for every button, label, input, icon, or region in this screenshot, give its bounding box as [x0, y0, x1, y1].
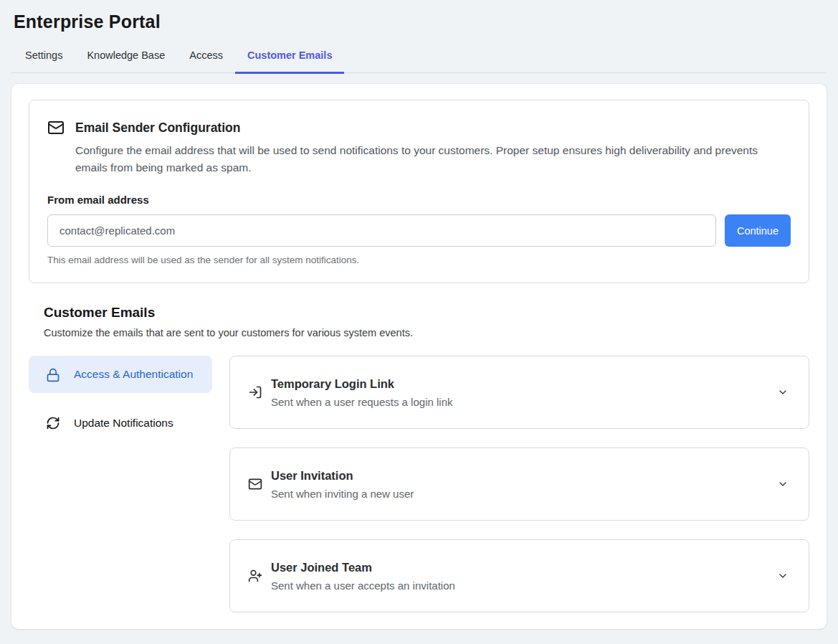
lock-icon	[46, 368, 60, 382]
from-email-input[interactable]	[47, 214, 716, 247]
sidebar-item-access-authentication[interactable]: Access & Authentication	[29, 356, 212, 393]
tab-access[interactable]: Access	[177, 42, 235, 74]
mail-icon	[248, 477, 262, 491]
sender-card-description: Configure the email address that will be…	[75, 142, 781, 176]
customer-emails-body: Access & Authentication Update Notificat…	[29, 356, 809, 612]
sidebar-item-label: Access & Authentication	[74, 366, 193, 383]
email-card-temporary-login-link[interactable]: Temporary Login Link Sent when a user re…	[229, 356, 809, 429]
continue-button[interactable]: Continue	[725, 214, 791, 247]
customer-emails-title: Customer Emails	[44, 305, 809, 321]
chevron-down-icon[interactable]	[777, 478, 789, 490]
tab-customer-emails[interactable]: Customer Emails	[235, 42, 344, 74]
page-header: Enterprise Portal	[0, 0, 838, 32]
login-icon	[248, 385, 262, 399]
sender-card-title: Email Sender Configuration	[75, 119, 781, 136]
from-email-label: From email address	[47, 194, 791, 206]
email-card-title: User Invitation	[271, 467, 777, 484]
tab-bar: Settings Knowledge Base Access Customer …	[11, 42, 827, 73]
mail-icon	[47, 119, 65, 136]
email-input-row: Continue	[47, 214, 791, 247]
email-card-texts: User Joined Team Sent when a user accept…	[271, 559, 777, 593]
customer-emails-heading-block: Customer Emails Customize the emails tha…	[29, 305, 809, 338]
refresh-icon	[46, 416, 60, 430]
email-template-list: Temporary Login Link Sent when a user re…	[229, 356, 809, 612]
chevron-down-icon[interactable]	[777, 387, 789, 398]
main-panel: Email Sender Configuration Configure the…	[11, 84, 827, 629]
tab-settings[interactable]: Settings	[13, 42, 75, 74]
user-plus-icon	[248, 569, 262, 583]
email-card-title: Temporary Login Link	[271, 375, 777, 392]
email-sender-configuration-card: Email Sender Configuration Configure the…	[29, 100, 809, 283]
email-card-subtitle: Sent when inviting a new user	[271, 486, 777, 501]
email-card-title: User Joined Team	[271, 559, 777, 576]
sender-card-header: Email Sender Configuration Configure the…	[47, 119, 791, 176]
email-card-user-invitation[interactable]: User Invitation Sent when inviting a new…	[229, 448, 809, 521]
customer-emails-section: Customer Emails Customize the emails tha…	[29, 305, 809, 612]
email-card-subtitle: Sent when a user accepts an invitation	[271, 578, 777, 593]
email-card-subtitle: Sent when a user requests a login link	[271, 394, 777, 409]
sidebar-item-update-notifications[interactable]: Update Notifications	[29, 404, 212, 442]
email-card-texts: Temporary Login Link Sent when a user re…	[271, 375, 777, 409]
sender-card-texts: Email Sender Configuration Configure the…	[75, 119, 781, 176]
page-title: Enterprise Portal	[14, 11, 824, 32]
email-card-user-joined-team[interactable]: User Joined Team Sent when a user accept…	[229, 539, 809, 612]
email-card-texts: User Invitation Sent when inviting a new…	[271, 467, 777, 501]
customer-emails-description: Customize the emails that are sent to yo…	[44, 327, 809, 338]
email-helper-text: This email address will be used as the s…	[47, 255, 791, 265]
email-category-sidebar: Access & Authentication Update Notificat…	[29, 356, 212, 612]
tab-knowledge-base[interactable]: Knowledge Base	[75, 42, 177, 74]
chevron-down-icon[interactable]	[777, 570, 789, 582]
sidebar-item-label: Update Notifications	[74, 415, 173, 432]
